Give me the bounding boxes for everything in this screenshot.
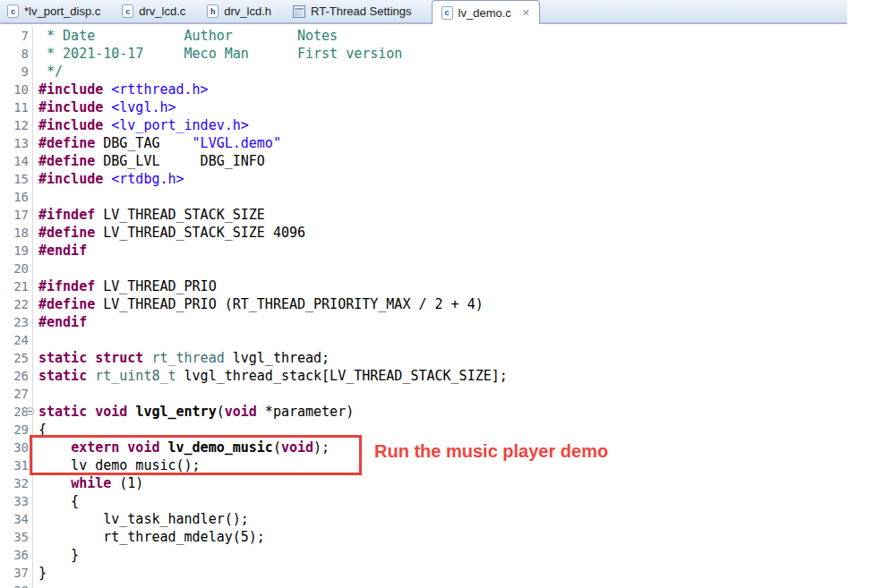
code-line[interactable]: 15#include <rtdbg.h> [0,170,874,188]
line-number[interactable]: 8 [0,45,33,63]
code-text: } [33,546,79,564]
c-file-icon: c [122,4,133,18]
line-number[interactable]: 36 [0,546,33,564]
line-number[interactable]: 37 [0,564,33,582]
code-text [33,385,39,403]
line-number[interactable]: 14 [0,152,33,170]
line-number[interactable]: 9 [0,63,33,81]
code-line[interactable]: 33 { [0,492,874,510]
tab-rt-thread-settings[interactable]: RT-Thread Settings [282,0,422,22]
code-text: #endif [33,242,87,260]
code-text: static rt_uint8_t lvgl_thread_stack[LV_T… [33,367,508,385]
code-line[interactable]: 8 * 2021-10-17 Meco Man First version [0,45,874,63]
line-number[interactable]: 35 [0,528,33,546]
code-text: #include <rtthread.h> [33,81,209,98]
code-text: #include <lvgl.h> [33,98,176,116]
line-number[interactable]: 24 [0,331,33,349]
line-number[interactable]: 13 [0,134,33,152]
line-number[interactable]: 26 [0,367,33,385]
code-editor[interactable]: 7 * Date Author Notes8 * 2021-10-17 Meco… [0,24,874,588]
code-line[interactable]: 19#endif [0,242,874,260]
tab-label: lv_demo.c [458,6,511,20]
code-lines: 7 * Date Author Notes8 * 2021-10-17 Meco… [0,24,874,588]
code-text: lv_task_handler(); [33,510,249,528]
line-number[interactable]: 34 [0,510,33,528]
code-line[interactable]: 25static struct rt_thread lvgl_thread; [0,349,874,367]
code-line[interactable]: 10#include <rtthread.h> [0,81,874,98]
line-number[interactable]: 18 [0,224,33,242]
line-number[interactable]: 31 [0,456,33,474]
line-number[interactable]: 29 [0,421,33,439]
code-line[interactable]: 7 * Date Author Notes [0,27,874,45]
code-line[interactable]: 24 [0,331,874,349]
code-line[interactable]: 27 [0,385,874,403]
tab-label: *lv_port_disp.c [24,4,100,18]
line-number[interactable]: 20 [0,260,33,277]
tab-drv-lcd-c[interactable]: c drv_lcd.c [111,0,196,22]
line-number[interactable]: 17 [0,206,33,224]
code-line[interactable]: 37} [0,564,874,582]
code-line[interactable]: 13#define DBG_TAG "LVGL.demo" [0,134,874,152]
code-text: #define DBG_TAG "LVGL.demo" [33,134,281,152]
code-line[interactable]: 23#endif [0,313,874,331]
code-line[interactable]: 20 [0,260,874,277]
annotation-text: Run the music player demo [374,441,608,462]
line-number[interactable]: 10 [0,81,33,98]
tab-label: drv_lcd.h [224,4,271,18]
line-number[interactable]: 19 [0,242,33,260]
line-number[interactable]: 23 [0,313,33,331]
settings-editor-icon [293,5,305,18]
line-number[interactable]: 30 [0,439,33,456]
code-line[interactable]: 28static void lvgl_entry(void *parameter… [0,403,874,421]
code-text: static struct rt_thread lvgl_thread; [33,349,330,367]
line-number[interactable]: 15 [0,170,33,188]
code-text: } [33,564,47,582]
ide-window: c *lv_port_disp.c c drv_lcd.c h drv_lcd.… [0,0,874,588]
tab-drv-lcd-h[interactable]: h drv_lcd.h [196,0,282,22]
code-line[interactable]: 32 while (1) [0,474,874,492]
code-text: #define DBG_LVL DBG_INFO [33,152,265,170]
code-text: rt_thread_mdelay(5); [33,528,265,546]
c-file-icon: c [7,4,19,18]
close-tab-icon[interactable]: ✕ [522,8,530,18]
code-line[interactable]: 38 [0,582,874,588]
line-number[interactable]: 32 [0,474,33,492]
fold-collapse-icon[interactable] [26,407,34,415]
annotation-box [30,435,362,475]
code-line[interactable]: 26static rt_uint8_t lvgl_thread_stack[LV… [0,367,874,385]
code-text: #define LV_THREAD_STACK_SIZE 4096 [33,224,305,242]
code-line[interactable]: 14#define DBG_LVL DBG_INFO [0,152,874,170]
line-number[interactable]: 21 [0,277,33,295]
code-line[interactable]: 12#include <lv_port_indev.h> [0,116,874,134]
code-line[interactable]: 9 */ [0,63,874,81]
code-text: #include <lv_port_indev.h> [33,116,249,134]
line-number[interactable]: 25 [0,349,33,367]
code-line[interactable]: 35 rt_thread_mdelay(5); [0,528,874,546]
code-text: #ifndef LV_THREAD_PRIO [33,277,217,295]
tab-lv-demo-c[interactable]: c lv_demo.c ✕ [432,0,540,24]
code-text [33,260,39,277]
line-number[interactable]: 11 [0,98,33,116]
line-number[interactable]: 22 [0,295,33,313]
code-text: { [33,492,79,510]
line-number[interactable]: 33 [0,492,33,510]
line-number[interactable]: 12 [0,116,33,134]
code-text: * Date Author Notes [33,27,338,45]
code-line[interactable]: 18#define LV_THREAD_STACK_SIZE 4096 [0,224,874,242]
code-line[interactable]: 22#define LV_THREAD_PRIO (RT_THREAD_PRIO… [0,295,874,313]
code-text: */ [33,63,63,81]
code-line[interactable]: 17#ifndef LV_THREAD_STACK_SIZE [0,206,874,224]
line-number[interactable]: 27 [0,385,33,403]
code-text: while (1) [33,474,143,492]
tab-lv-port-disp-c[interactable]: c *lv_port_disp.c [0,0,111,22]
code-line[interactable]: 21#ifndef LV_THREAD_PRIO [0,277,874,295]
code-text: #include <rtdbg.h> [33,170,184,188]
line-number[interactable]: 16 [0,188,33,206]
code-text: #endif [33,313,87,331]
code-line[interactable]: 34 lv_task_handler(); [0,510,874,528]
code-line[interactable]: 11#include <lvgl.h> [0,98,874,116]
code-line[interactable]: 16 [0,188,874,206]
line-number[interactable]: 7 [0,27,33,45]
code-line[interactable]: 36 } [0,546,874,564]
line-number[interactable]: 38 [0,582,33,588]
